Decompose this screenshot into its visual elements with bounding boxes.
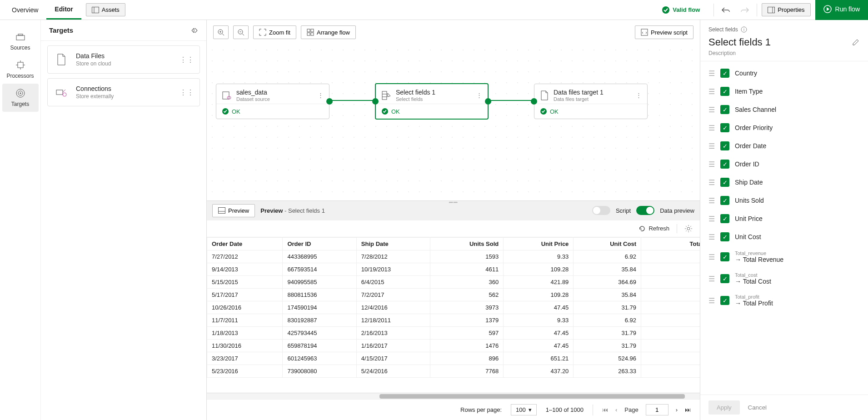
drag-handle-icon[interactable]: ☰ <box>708 296 715 305</box>
tab-overview[interactable]: Overview <box>4 0 46 20</box>
zoom-fit-button[interactable]: Zoom fit <box>253 25 296 39</box>
horizontal-scrollbar[interactable] <box>207 393 700 399</box>
field-row[interactable]: ☰ ✓ Units Sold <box>700 191 868 210</box>
zoom-out-button[interactable] <box>233 25 249 39</box>
apply-button[interactable]: Apply <box>708 400 740 415</box>
drag-handle-icon[interactable]: ☰ <box>708 275 715 283</box>
refresh-button[interactable]: Refresh <box>639 225 669 232</box>
pager-first[interactable]: ⏮ <box>602 406 608 413</box>
node-input-port[interactable] <box>531 98 537 105</box>
table-row[interactable]: 5/15/20159409955856/4/2015360421.89364.6… <box>207 275 700 288</box>
column-header[interactable]: Order Date <box>207 237 283 250</box>
node-select-fields[interactable]: Select fields 1Select fields ⋮ OK <box>375 83 489 120</box>
pager-next[interactable]: › <box>676 406 678 413</box>
target-card-connections[interactable]: Connections Store externally ⋮⋮ <box>47 78 200 106</box>
field-checkbox[interactable]: ✓ <box>720 141 729 150</box>
field-checkbox[interactable]: ✓ <box>720 252 729 261</box>
node-output-port[interactable] <box>326 98 333 105</box>
drag-handle-icon[interactable]: ☰ <box>708 178 715 187</box>
drag-handle-icon[interactable]: ☰ <box>708 196 715 205</box>
flow-canvas[interactable]: sales_dataDataset source ⋮ OK Select fie… <box>207 45 700 200</box>
field-row[interactable]: ☰ ✓ Sales Channel <box>700 100 868 119</box>
column-header[interactable]: Unit Price <box>504 237 574 250</box>
resize-handle[interactable]: ━━ <box>449 199 458 206</box>
redo-button[interactable] <box>738 3 752 17</box>
column-header[interactable]: Unit Cost <box>574 237 641 250</box>
field-checkbox[interactable]: ✓ <box>720 69 729 78</box>
table-row[interactable]: 10/26/201617459019412/4/2016397347.4531.… <box>207 301 700 314</box>
assets-button[interactable]: Assets <box>86 3 125 16</box>
field-checkbox[interactable]: ✓ <box>720 87 729 96</box>
node-menu-icon[interactable]: ⋮ <box>318 92 324 99</box>
info-icon[interactable]: i <box>741 26 747 33</box>
field-checkbox[interactable]: ✓ <box>720 160 729 169</box>
drag-handle-icon[interactable]: ☰ <box>708 69 715 78</box>
field-checkbox[interactable]: ✓ <box>720 196 729 205</box>
edit-button[interactable] <box>852 38 860 46</box>
node-input-port[interactable] <box>372 98 379 105</box>
node-output-port[interactable] <box>485 98 491 105</box>
column-header[interactable]: Ship Date <box>356 237 430 250</box>
properties-button[interactable]: Properties <box>762 3 810 16</box>
drag-handle-icon[interactable]: ☰ <box>708 215 715 223</box>
preview-table[interactable]: Order DateOrder IDShip DateUnits SoldUni… <box>207 237 700 393</box>
pager-prev[interactable]: ‹ <box>615 406 617 413</box>
field-row[interactable]: ☰ ✓ Total_costTotal Cost <box>700 268 868 290</box>
field-row[interactable]: ☰ ✓ Unit Price <box>700 210 868 228</box>
field-row[interactable]: ☰ ✓ Country <box>700 64 868 82</box>
drag-handle-icon[interactable]: ☰ <box>708 253 715 261</box>
field-row[interactable]: ☰ ✓ Unit Cost <box>700 228 868 246</box>
rail-sources[interactable]: Sources <box>2 29 39 55</box>
page-input[interactable] <box>646 404 668 415</box>
settings-button[interactable] <box>684 225 693 233</box>
field-checkbox[interactable]: ✓ <box>720 105 729 114</box>
field-checkbox[interactable]: ✓ <box>720 178 729 187</box>
collapse-icon[interactable] <box>191 27 198 34</box>
field-row[interactable]: ☰ ✓ Order ID <box>700 155 868 173</box>
field-row[interactable]: ☰ ✓ Item Type <box>700 82 868 100</box>
column-header[interactable]: Order ID <box>283 237 356 250</box>
rail-processors[interactable]: Processors <box>2 55 39 84</box>
drag-handle-icon[interactable]: ☰ <box>708 124 715 132</box>
tab-editor[interactable]: Editor <box>46 0 81 20</box>
table-row[interactable]: 11/30/20166598781941/16/2017147647.4531.… <box>207 339 700 352</box>
rows-per-page-select[interactable]: 100 ▾ <box>511 404 537 415</box>
node-sales-data[interactable]: sales_dataDataset source ⋮ OK <box>216 84 329 119</box>
drag-handle-icon[interactable]: ☰ <box>708 233 715 241</box>
field-checkbox[interactable]: ✓ <box>720 296 729 305</box>
field-row[interactable]: ☰ ✓ Total_profitTotal Profit <box>700 290 868 311</box>
field-checkbox[interactable]: ✓ <box>720 232 729 241</box>
field-checkbox[interactable]: ✓ <box>720 274 729 283</box>
table-row[interactable]: 5/17/20178808115367/2/2017562109.2835.84… <box>207 288 700 301</box>
table-row[interactable]: 1/18/20134257934452/16/201359747.4531.79… <box>207 326 700 339</box>
preview-script-button[interactable]: Preview script <box>635 25 693 39</box>
table-row[interactable]: 5/23/20167390080805/24/20167768437.20263… <box>207 365 700 377</box>
drag-handle-icon[interactable]: ☰ <box>708 160 715 169</box>
pager-last[interactable]: ⏭ <box>685 406 691 413</box>
zoom-in-button[interactable] <box>213 25 229 39</box>
drag-handle-icon[interactable]: ☰ <box>708 87 715 96</box>
node-menu-icon[interactable]: ⋮ <box>636 92 642 99</box>
column-header[interactable]: Units Sold <box>430 237 504 250</box>
run-flow-button[interactable]: Run flow <box>815 0 868 20</box>
column-header[interactable]: Total Revenue <box>641 237 700 250</box>
cancel-button[interactable]: Cancel <box>748 400 767 415</box>
field-checkbox[interactable]: ✓ <box>720 214 729 223</box>
drag-handle-icon[interactable]: ☰ <box>708 105 715 114</box>
drag-handle-icon[interactable]: ⋮⋮ <box>180 88 194 97</box>
drag-handle-icon[interactable]: ⋮⋮ <box>180 55 194 64</box>
node-data-files-target[interactable]: Data files target 1Data files target ⋮ O… <box>534 84 648 119</box>
field-row[interactable]: ☰ ✓ Order Priority <box>700 119 868 137</box>
field-row[interactable]: ☰ ✓ Order Date <box>700 137 868 155</box>
table-row[interactable]: 3/23/20176012459634/15/2017896651.21524.… <box>207 352 700 365</box>
field-checkbox[interactable]: ✓ <box>720 123 729 132</box>
field-row[interactable]: ☰ ✓ Total_revenueTotal Revenue <box>700 246 868 268</box>
arrange-flow-button[interactable]: Arrange flow <box>301 25 356 39</box>
target-card-data-files[interactable]: Data Files Store on cloud ⋮⋮ <box>47 45 200 74</box>
script-toggle[interactable] <box>592 206 610 215</box>
drag-handle-icon[interactable]: ☰ <box>708 142 715 150</box>
node-menu-icon[interactable]: ⋮ <box>476 92 482 99</box>
table-row[interactable]: 11/7/201183019288712/18/201113799.336.92… <box>207 314 700 326</box>
table-row[interactable]: 9/14/201366759351410/19/20134611109.2835… <box>207 263 700 275</box>
data-preview-toggle[interactable] <box>636 206 654 215</box>
